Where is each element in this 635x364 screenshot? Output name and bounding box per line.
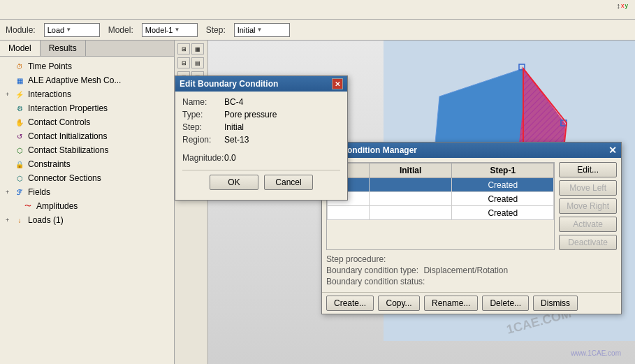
rename-button[interactable]: Rename... <box>424 296 478 311</box>
bc-cell-initial-2 <box>370 192 452 206</box>
tree-item-interactions[interactable]: + ⚡ Interactions <box>0 87 174 101</box>
tree-item-constraints[interactable]: 🔒 Constraints <box>0 157 174 171</box>
main-area: Model Results ⏱ Time Points ▦ ALE Adapti… <box>0 41 635 364</box>
tree-item-contact-stab[interactable]: ⬡ Contact Stabilizations <box>0 143 174 157</box>
axis-x-label: x <box>621 2 625 9</box>
expand-icon <box>6 161 13 168</box>
step-select[interactable]: Initial ▼ <box>234 23 290 37</box>
copy-button[interactable]: Copy... <box>378 296 420 311</box>
panel-tabs: Model Results <box>0 41 174 57</box>
toolbar-row-1: ⊞ ▦ <box>177 43 205 54</box>
bc-manager-dialog: ary Condition Manager ✕ Initial Step-1 <box>321 142 622 314</box>
tree-label-ale-mesh: ALE Adaptive Mesh Co... <box>28 75 121 85</box>
viewport[interactable]: ⊞ ▦ ⊟ ▤ ⊠ ▣ <box>175 41 635 364</box>
bc-cell-initial-1 <box>370 178 452 192</box>
dismiss-button[interactable]: Dismiss <box>533 296 578 311</box>
bc-col-step1: Step-1 <box>452 163 554 178</box>
expand-icon <box>6 119 13 126</box>
bc-name-row: Name: BC-4 <box>182 97 340 107</box>
ok-button[interactable]: OK <box>210 175 258 190</box>
ale-mesh-icon: ▦ <box>14 75 25 86</box>
model-value: Model-1 <box>145 26 173 34</box>
edit-button[interactable]: Edit... <box>559 162 617 177</box>
tree-label-interactions: Interactions <box>28 89 71 99</box>
time-points-icon: ⏱ <box>14 61 25 72</box>
bc-manager-close-button[interactable]: ✕ <box>608 145 617 156</box>
bc-cell-step1-2: Created <box>452 192 554 206</box>
create-button[interactable]: Create... <box>326 296 374 311</box>
delete-button[interactable]: Delete... <box>482 296 529 311</box>
toolbar-btn-2[interactable]: ▦ <box>191 43 204 54</box>
tab-results[interactable]: Results <box>41 41 86 56</box>
model-arrow-icon: ▼ <box>174 27 180 33</box>
bc-row-3[interactable]: Created <box>328 206 554 220</box>
bc-col-initial: Initial <box>370 163 452 178</box>
bc-type-value-edit: Pore pressure <box>224 110 277 119</box>
bc-cell-initial-3 <box>370 206 452 220</box>
tree-item-loads[interactable]: + ↓ Loads (1) <box>0 213 174 227</box>
edit-bc-titlebar[interactable]: Edit Boundary Condition ✕ <box>175 76 347 92</box>
bc-step-procedure-row: Step procedure: <box>326 254 617 264</box>
interactions-icon: ⚡ <box>14 89 25 100</box>
tree-item-amplitudes[interactable]: 〜 Amplitudes <box>0 199 174 213</box>
bc-row-1[interactable]: Created <box>328 178 554 192</box>
model-select[interactable]: Model-1 ▼ <box>142 23 198 37</box>
module-value: Load <box>48 26 64 34</box>
tree-item-ale-mesh[interactable]: ▦ ALE Adaptive Mesh Co... <box>0 73 174 87</box>
tree-item-interaction-props[interactable]: ⚙ Interaction Properties <box>0 101 174 115</box>
tree-item-time-points[interactable]: ⏱ Time Points <box>0 59 174 73</box>
bc-region-row: Region: Set-13 <box>182 135 340 145</box>
deactivate-button[interactable]: Deactivate <box>559 235 617 250</box>
edit-bc-content: Name: BC-4 Type: Pore pressure Step: Ini… <box>175 92 347 200</box>
bc-region-label: Region: <box>182 135 224 145</box>
toolbar-btn-4[interactable]: ▤ <box>191 57 204 68</box>
tree-item-contact-init[interactable]: ↺ Contact Initializations <box>0 129 174 143</box>
tree-label-contact-controls: Contact Controls <box>28 117 90 127</box>
bc-status-label: Boundary condition status: <box>326 277 425 286</box>
contact-init-icon: ↺ <box>14 131 25 142</box>
tree-label-interaction-props: Interaction Properties <box>28 103 108 113</box>
expand-icon: + <box>6 91 13 98</box>
tree-label-amplitudes: Amplitudes <box>36 201 78 211</box>
expand-icon <box>6 175 13 182</box>
tree-item-contact-controls[interactable]: ✋ Contact Controls <box>0 115 174 129</box>
expand-icon <box>6 147 13 154</box>
tree-item-fields[interactable]: + ℱ Fields <box>0 185 174 199</box>
bc-name-label: Name: <box>182 97 224 107</box>
tree-label-contact-stab: Contact Stabilizations <box>28 145 108 155</box>
bc-manager-titlebar[interactable]: ary Condition Manager ✕ <box>322 143 621 158</box>
bc-step-row: Step: Initial <box>182 122 340 132</box>
expand-icon <box>14 203 21 210</box>
expand-icon: + <box>6 217 13 224</box>
move-left-button[interactable]: Move Left <box>559 180 617 196</box>
bc-info: Step procedure: Boundary condition type:… <box>322 250 621 292</box>
step-value: Initial <box>238 26 256 34</box>
toolbar-btn-3[interactable]: ⊟ <box>177 57 190 68</box>
tree-label-loads: Loads (1) <box>28 215 64 225</box>
bc-row-2[interactable]: Created <box>328 192 554 206</box>
axis-y-label: y <box>625 2 629 9</box>
bc-right-buttons: Edit... Move Left Move Right Activate De… <box>559 162 617 250</box>
bc-type-row: Type: Pore pressure <box>182 110 340 119</box>
bc-magnitude-label: Magnitude: <box>182 153 224 163</box>
tree-item-connector-sections[interactable]: ⬡ Connector Sections <box>0 171 174 185</box>
move-right-button[interactable]: Move Right <box>559 198 617 214</box>
constraints-icon: 🔒 <box>14 159 25 170</box>
cancel-button[interactable]: Cancel <box>264 175 313 190</box>
tree-label-connector-sections: Connector Sections <box>28 173 101 183</box>
step-arrow-icon: ▼ <box>256 27 262 33</box>
module-bar: Module: Load ▼ Model: Model-1 ▼ Step: In… <box>0 20 635 41</box>
bc-step-label-edit: Step: <box>182 122 224 132</box>
expand-icon <box>6 105 13 112</box>
activate-button[interactable]: Activate <box>559 217 617 232</box>
bc-type-row: Boundary condition type: Displacement/Ro… <box>326 265 617 275</box>
loads-icon: ↓ <box>14 214 25 226</box>
edit-bc-close-button[interactable]: ✕ <box>332 78 343 89</box>
toolbar-btn-1[interactable]: ⊞ <box>177 43 190 54</box>
expand-icon: + <box>6 189 13 196</box>
module-select[interactable]: Load ▼ <box>44 23 100 37</box>
bc-table: Initial Step-1 Created <box>327 163 554 220</box>
expand-icon <box>6 63 13 70</box>
edit-bc-title: Edit Boundary Condition <box>180 79 278 89</box>
tab-model[interactable]: Model <box>0 41 41 56</box>
